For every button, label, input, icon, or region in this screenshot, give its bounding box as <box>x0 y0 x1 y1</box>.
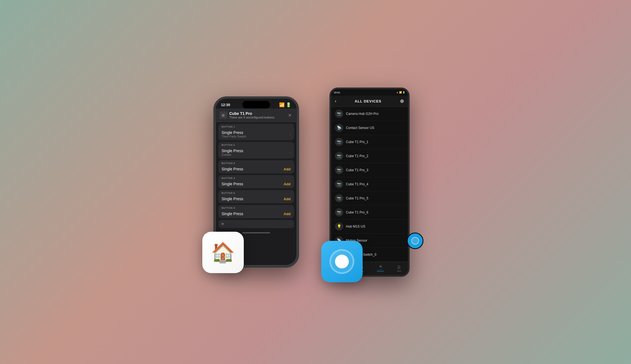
android-battery-icon: 🔋 <box>402 91 405 94</box>
more-label: More <box>397 270 401 272</box>
button-3-press: Single Press <box>222 167 244 171</box>
close-icon[interactable]: ✕ <box>287 112 293 118</box>
button-extra-row[interactable]: le › <box>218 220 294 228</box>
back-button[interactable]: ‹ <box>335 99 336 104</box>
home-app-icon[interactable]: 🏠 <box>202 232 244 273</box>
button-1-row[interactable]: Single Press Third Party Switch › <box>218 129 294 140</box>
alexa-badge-inner <box>411 237 419 245</box>
main-scene: 12:30 📶 🔋 ⊞ Cube T1 Pro There are 4 unco… <box>213 88 418 277</box>
android-nav-bar: ‹ ALL DEVICES ⊕ <box>331 96 408 107</box>
button-6-row: Single Press Add <box>218 210 294 218</box>
dynamic-island <box>242 101 270 109</box>
header-text: Cube T1 Pro There are 4 unconfigured but… <box>229 111 275 119</box>
device-item-1[interactable]: 📡 Contact Sensor US <box>331 121 408 135</box>
device-icon-1: 📡 <box>335 124 343 132</box>
button-4-add[interactable]: Add <box>284 182 290 186</box>
device-item-5[interactable]: 📷 Cube T1 Pro_4 <box>331 177 408 191</box>
button-4-row: Single Press Add <box>218 180 294 188</box>
device-item-6[interactable]: 📷 Cube T1 Pro_5 <box>331 191 408 205</box>
app-subtitle: There are 4 unconfigured buttons. <box>229 116 275 119</box>
android-wifi-icon: 📶 <box>399 91 402 94</box>
button-3-section: BUTTON 3 Single Press Add <box>218 160 294 173</box>
button-1-label: BUTTON 1 <box>218 124 294 129</box>
button-1-press: Single Press <box>222 130 246 135</box>
device-icon-7: 📷 <box>335 208 343 217</box>
iphone-wrapper: 12:30 📶 🔋 ⊞ Cube T1 Pro There are 4 unco… <box>213 96 307 268</box>
home-indicator <box>242 232 270 233</box>
more-icon: ☰ <box>397 265 401 270</box>
button-extra-press: le <box>222 222 224 225</box>
wifi-icon: 📶 <box>279 102 285 107</box>
device-icon-2: 📷 <box>335 138 343 146</box>
button-5-label: BUTTON 5 <box>218 190 294 195</box>
button-extra-left: le <box>222 222 224 225</box>
button-2-press: Single Press <box>222 149 244 153</box>
iphone-status-bar: 12:30 📶 🔋 <box>216 99 297 109</box>
button-4-press: Single Press <box>222 182 244 186</box>
iphone-status-icons: 📶 🔋 <box>279 102 291 107</box>
button-5-section: BUTTON 5 Single Press Add <box>218 190 294 203</box>
button-1-section: BUTTON 1 Single Press Third Party Switch… <box>218 124 294 140</box>
button-3-left: Single Press <box>222 167 244 171</box>
button-4-label: BUTTON 4 <box>218 175 294 180</box>
device-item-3[interactable]: 📷 Cube T1 Pro_2 <box>331 149 408 163</box>
android-time: 19:01 <box>334 91 340 94</box>
device-item-7[interactable]: 📷 Cube T1 Pro_6 <box>331 205 408 220</box>
android-wrapper: 19:01 ▲ 📶 🔋 ‹ ALL DEVICES ⊕ 📷 Camera Hub… <box>329 88 418 277</box>
button-4-section: BUTTON 4 Single Press Add <box>218 175 294 188</box>
iphone-app-header: ⊞ Cube T1 Pro There are 4 unconfigured b… <box>216 109 297 122</box>
button-6-press: Single Press <box>222 212 244 216</box>
device-name-3: Cube T1 Pro_2 <box>346 154 368 158</box>
android-screen-title: ALL DEVICES <box>339 99 397 103</box>
button-2-left: Single Press Curtain <box>222 149 244 156</box>
device-item-0[interactable]: 📷 Camera Hub G2H Pro <box>331 107 408 121</box>
device-icon-5: 📷 <box>335 180 343 188</box>
device-name-8: Hub M1S US <box>346 225 365 228</box>
button-2-label: BUTTON 2 <box>218 142 294 147</box>
button-1-sub: Third Party Switch <box>222 135 246 138</box>
app-title: Cube T1 Pro <box>229 111 275 116</box>
device-icon-8: 💡 <box>335 222 343 231</box>
chevron-icon-extra: › <box>289 221 291 226</box>
alexa-badge <box>407 233 423 249</box>
button-2-sub: Curtain <box>222 153 244 156</box>
button-1-left: Single Press Third Party Switch <box>222 130 246 138</box>
device-name-7: Cube T1 Pro_6 <box>346 210 368 214</box>
device-item-4[interactable]: 📷 Cube T1 Pro_3 <box>331 163 408 177</box>
device-icon-3: 📷 <box>335 152 343 160</box>
button-6-left: Single Press <box>222 212 244 216</box>
devices-icon: 📱 <box>378 265 383 270</box>
button-2-section: BUTTON 2 Single Press Curtain › <box>218 142 294 159</box>
device-name-4: Cube T1 Pro_3 <box>346 168 368 172</box>
button-3-row: Single Press Add <box>218 165 294 173</box>
button-5-left: Single Press <box>222 197 244 201</box>
alexa-app-icon[interactable] <box>321 241 363 282</box>
iphone-time: 12:30 <box>221 103 230 107</box>
button-4-left: Single Press <box>222 182 244 186</box>
button-3-label: BUTTON 3 <box>218 160 294 165</box>
android-signal-icon: ▲ <box>396 91 399 94</box>
android-status-bar: 19:01 ▲ 📶 🔋 <box>331 89 408 96</box>
alexa-inner <box>335 255 349 268</box>
device-list: 📷 Camera Hub G2H Pro 📡 Contact Sensor US… <box>331 107 408 262</box>
button-5-add[interactable]: Add <box>284 197 290 201</box>
device-icon-6: 📷 <box>335 194 343 202</box>
chevron-icon-1: › <box>289 132 291 136</box>
device-item-8[interactable]: 💡 Hub M1S US <box>331 220 408 234</box>
android-nav-devices[interactable]: 📱 Devices <box>377 265 384 272</box>
add-device-button[interactable]: ⊕ <box>400 98 404 104</box>
battery-icon: 🔋 <box>286 102 291 107</box>
alexa-circle <box>329 249 354 274</box>
device-item-2[interactable]: 📷 Cube T1 Pro_1 <box>331 135 408 149</box>
device-name-6: Cube T1 Pro_5 <box>346 196 368 200</box>
device-name-2: Cube T1 Pro_1 <box>346 140 368 144</box>
button-6-add[interactable]: Add <box>284 212 290 216</box>
button-3-add[interactable]: Add <box>284 167 290 171</box>
device-name-0: Camera Hub G2H Pro <box>346 112 379 116</box>
button-5-press: Single Press <box>222 197 244 201</box>
button-2-row[interactable]: Single Press Curtain › <box>218 147 294 159</box>
android-status-icons: ▲ 📶 🔋 <box>396 91 405 94</box>
device-icon-0: 📷 <box>335 110 343 118</box>
android-nav-more[interactable]: ☰ More <box>397 265 401 272</box>
device-icon-4: 📷 <box>335 166 343 174</box>
